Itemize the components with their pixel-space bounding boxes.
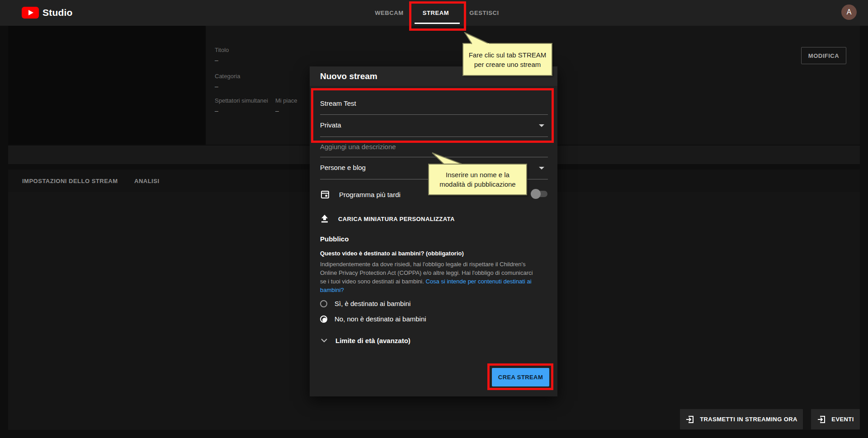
top-bar: Studio WEBCAM STREAM GESTISCI A <box>0 0 868 26</box>
youtube-studio-live-page: Studio WEBCAM STREAM GESTISCI A Titolo –… <box>0 0 868 438</box>
eventi-button[interactable]: EVENTI <box>811 409 860 429</box>
nuovo-stream-dialog: Nuovo stream Stream Test Privata Aggiung… <box>310 66 557 396</box>
meta-label: Mi piace <box>275 97 297 104</box>
radio-yes-row[interactable]: Sì, è destinato ai bambini <box>320 300 410 307</box>
privacy-select[interactable]: Privata <box>320 121 548 129</box>
upload-thumbnail-button[interactable]: CARICA MINIATURA PERSONALIZZATA <box>320 214 455 223</box>
radio-unselected-icon[interactable] <box>320 300 327 307</box>
callout-stream-tab: Fare clic sul tab STREAM per creare uno … <box>462 43 552 76</box>
tab-gestisci[interactable]: GESTISCI <box>469 0 499 26</box>
modifica-button[interactable]: MODIFICA <box>801 47 846 64</box>
age-limit-label: Limite di età (avanzato) <box>335 337 410 344</box>
logo-text: Studio <box>42 7 73 18</box>
tab-stream[interactable]: STREAM <box>423 0 449 26</box>
meta-value: – <box>215 83 240 90</box>
radio-no-label: No, non è destinato ai bambini <box>335 315 426 323</box>
dropdown-caret-icon <box>539 124 544 127</box>
meta-label: Spettatori simultanei <box>215 97 268 104</box>
radio-selected-icon[interactable] <box>320 316 327 323</box>
meta-spettatori: Spettatori simultanei – <box>215 97 268 114</box>
subtab-impostazioni-stream[interactable]: IMPOSTAZIONI DELLO STREAM <box>22 170 118 192</box>
youtube-studio-logo[interactable]: Studio <box>22 7 73 19</box>
radio-no-row[interactable]: No, non è destinato ai bambini <box>320 315 426 323</box>
schedule-later-row[interactable]: Programma più tardi <box>320 189 401 199</box>
upload-thumbnail-label: CARICA MINIATURA PERSONALIZZATA <box>338 216 455 222</box>
chevron-down-icon <box>321 339 327 343</box>
avatar[interactable]: A <box>841 5 857 20</box>
schedule-toggle[interactable] <box>532 191 547 197</box>
field-underline <box>320 137 548 137</box>
meta-label: Categoria <box>215 73 240 80</box>
stream-title-value: Stream Test <box>320 99 548 107</box>
stream-title-field[interactable]: Stream Test <box>320 99 548 107</box>
upload-icon <box>320 214 329 223</box>
callout-tail <box>462 32 494 45</box>
meta-mi-piace: Mi piace – <box>275 97 297 114</box>
callout-name-mode: Inserire un nome e la modalità di pubbli… <box>428 164 527 195</box>
privacy-value: Privata <box>320 121 548 129</box>
audience-heading: Pubblico <box>320 235 349 243</box>
coppa-paragraph: Indipendentemente da dove risiedi, hai l… <box>320 260 536 294</box>
meta-label: Titolo <box>215 47 229 53</box>
dropdown-caret-icon <box>539 167 544 170</box>
video-preview <box>8 26 206 145</box>
meta-value: – <box>215 107 268 114</box>
active-tab-indicator <box>415 23 460 24</box>
calendar-icon <box>320 189 330 199</box>
footer-button-label: TRASMETTI IN STREAMING ORA <box>700 416 797 423</box>
radio-yes-label: Sì, è destinato ai bambini <box>335 300 410 307</box>
login-icon <box>685 415 694 424</box>
callout-tail <box>429 152 466 165</box>
toggle-knob <box>531 189 541 199</box>
callout-line: Fare clic sul tab STREAM <box>463 50 552 60</box>
youtube-play-icon <box>22 7 39 19</box>
audience-question: Questo video è destinato ai bambini? (ob… <box>320 250 464 257</box>
meta-value: – <box>275 107 297 114</box>
callout-line: per creare uno stream <box>463 60 552 69</box>
description-placeholder: Aggiungi una descrizione <box>320 143 548 151</box>
login-icon <box>817 415 826 424</box>
description-field[interactable]: Aggiungi una descrizione <box>320 143 548 151</box>
trasmetti-in-streaming-ora-button[interactable]: TRASMETTI IN STREAMING ORA <box>680 409 803 429</box>
field-underline <box>320 114 548 115</box>
meta-titolo: Titolo – <box>215 47 229 64</box>
callout-line: Inserire un nome e la <box>429 170 526 179</box>
age-limit-expander[interactable]: Limite di età (avanzato) <box>321 337 410 344</box>
callout-line: modalità di pubblicazione <box>429 179 526 189</box>
crea-stream-button[interactable]: CREA STREAM <box>492 368 549 386</box>
footer-button-label: EVENTI <box>831 416 854 423</box>
schedule-later-label: Programma più tardi <box>339 191 401 198</box>
dialog-title: Nuovo stream <box>320 71 377 81</box>
subtab-analisi[interactable]: ANALISI <box>134 170 160 192</box>
meta-categoria: Categoria – <box>215 73 240 90</box>
meta-value: – <box>215 57 229 64</box>
tab-webcam[interactable]: WEBCAM <box>375 0 404 26</box>
